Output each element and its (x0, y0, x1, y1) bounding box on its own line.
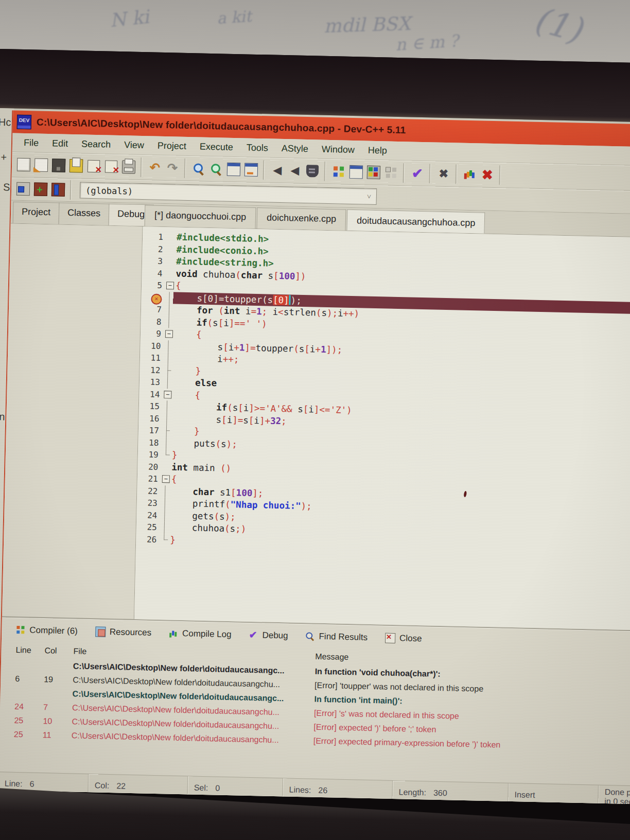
fold-marker[interactable] (162, 389, 173, 401)
line-number: 17 (138, 424, 162, 436)
line-number: 9 (141, 327, 164, 340)
file-tab[interactable]: doichuxenke.cpp (257, 207, 346, 231)
status-label: Length: (398, 787, 426, 797)
report-tab-debug[interactable]: Debug (249, 630, 288, 641)
forward-button[interactable]: ◀ (287, 162, 304, 179)
save-all-icon (69, 159, 83, 173)
close-file-button[interactable] (85, 158, 102, 175)
goto-implementation-button[interactable] (50, 181, 67, 198)
handwriting-mark: a kit (216, 7, 252, 27)
cell: 25 (14, 727, 43, 742)
compile-run-button[interactable] (365, 164, 382, 181)
code-lines: 1#include<stdio.h>2#include<conio.h>3#in… (136, 231, 630, 557)
line-number: 16 (138, 412, 162, 425)
panel-tab-classes[interactable]: Classes (59, 203, 110, 225)
back-icon: ◀ (273, 165, 282, 176)
find-button[interactable] (190, 160, 207, 177)
globals-combobox[interactable]: (globals) ˅ (80, 182, 377, 205)
menu-execute[interactable]: Execute (193, 139, 239, 154)
run-button[interactable] (348, 164, 365, 181)
file-tab[interactable]: doitudaucausangchuhoa.cpp (347, 209, 485, 234)
cell (43, 686, 73, 701)
line-number: 11 (140, 352, 163, 364)
pages-icon (95, 626, 106, 637)
profile-button[interactable] (462, 166, 479, 183)
project-panel[interactable] (2, 224, 143, 619)
delete-profile-icon: ✖ (482, 168, 493, 181)
back-button[interactable]: ◀ (269, 162, 286, 179)
menu-tools[interactable]: Tools (240, 141, 275, 155)
status-label: Col: (95, 781, 110, 791)
panel-tab-project[interactable]: Project (13, 202, 60, 224)
code-text: else (173, 377, 217, 390)
compile-button[interactable] (330, 163, 347, 180)
open-file-icon (34, 159, 48, 172)
code-text: { (174, 328, 202, 341)
fold-marker[interactable] (164, 279, 176, 292)
menu-edit[interactable]: Edit (46, 136, 75, 150)
open-file-button[interactable] (33, 156, 50, 173)
abort-button[interactable]: ✖ (435, 166, 452, 183)
fold-marker (162, 400, 173, 413)
toggle-bookmark-button[interactable] (243, 161, 260, 178)
background-text-fragment: + (1, 151, 7, 163)
line-number: 25 (136, 521, 160, 533)
syntax-check-button[interactable]: ✔ (409, 165, 426, 182)
compiler-rows: C:\Users\AIC\Desktop\New folder\doitudau… (14, 658, 630, 756)
menu-help[interactable]: Help (362, 143, 394, 157)
print-button[interactable] (120, 159, 137, 176)
close-all-button[interactable] (103, 158, 120, 175)
abort-toolbar-group: ✖ (431, 164, 457, 184)
check-toolbar-group: ✔ (406, 163, 431, 183)
fold-marker (160, 497, 171, 510)
fold-marker (164, 292, 176, 304)
forward-icon: ◀ (290, 165, 299, 176)
fold-marker[interactable] (160, 473, 172, 485)
undo-button[interactable]: ↶ (147, 159, 164, 176)
menu-astyle[interactable]: AStyle (275, 141, 315, 156)
report-tab-label: Find Results (319, 632, 367, 643)
redo-button[interactable]: ↷ (164, 160, 181, 177)
fold-marker (159, 533, 170, 546)
menu-file[interactable]: File (18, 135, 45, 150)
compile-run-icon (367, 166, 381, 180)
cell (44, 658, 74, 673)
menu-search[interactable]: Search (75, 137, 117, 152)
new-file-button[interactable] (15, 156, 32, 173)
report-tab-label: Compiler (6) (29, 625, 78, 637)
file-tab[interactable]: [*] daonguocchuoi.cpp (145, 205, 256, 229)
save-all-button[interactable] (68, 157, 85, 174)
report-tab-resources[interactable]: Resources (95, 626, 152, 638)
column-header-col[interactable]: Col (44, 643, 74, 659)
scene: N kia kitmdil BSXn ∈ m ?(1) Hc+SnLL DEV … (0, 0, 630, 840)
report-tab-compiler[interactable]: Compiler (6) (16, 625, 78, 637)
menu-window[interactable]: Window (316, 142, 361, 157)
fold-marker[interactable] (163, 328, 175, 340)
save-button[interactable] (50, 157, 67, 174)
line-number: 10 (140, 340, 163, 352)
report-tab-find[interactable]: Find Results (305, 631, 367, 643)
line-number: 12 (139, 364, 163, 376)
bars-icon (169, 628, 178, 638)
menu-view[interactable]: View (118, 138, 150, 152)
find-icon (192, 162, 205, 175)
find-in-files-button[interactable] (208, 161, 225, 178)
debug-shield-button[interactable] (304, 163, 321, 180)
fold-marker (165, 255, 177, 268)
status-value: 0 (215, 783, 220, 793)
column-header-line[interactable]: Line (15, 642, 45, 658)
goto-declaration-button[interactable] (15, 181, 32, 198)
code-text: { (176, 280, 181, 292)
report-tab-close[interactable]: Close (385, 633, 422, 644)
fold-marker (163, 352, 174, 364)
report-tab-compile[interactable]: Compile Log (169, 628, 232, 640)
new-class-button[interactable] (32, 181, 49, 198)
cell: 7 (43, 700, 73, 714)
menu-project[interactable]: Project (151, 138, 192, 153)
goto-line-button[interactable] (225, 161, 242, 178)
delete-profile-button[interactable]: ✖ (479, 166, 496, 183)
rebuild-button[interactable] (383, 164, 400, 181)
line-number: 24 (136, 509, 160, 521)
fold-marker (160, 485, 171, 497)
code-editor[interactable]: 1#include<stdio.h>2#include<conio.h>3#in… (134, 226, 630, 631)
